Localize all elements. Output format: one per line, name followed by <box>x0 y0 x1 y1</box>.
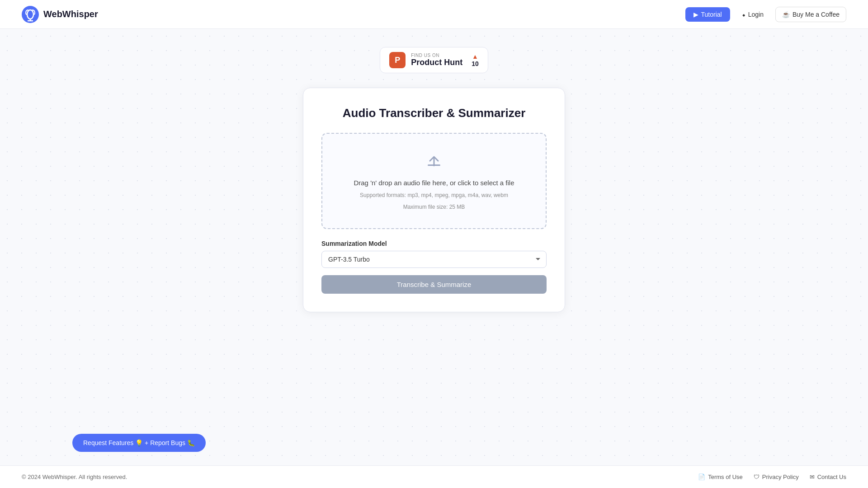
ph-find-text: FIND US ON <box>411 53 462 58</box>
contact-icon: ✉ <box>810 474 815 480</box>
drop-formats: Supported formats: mp3, mp4, mpeg, mpga,… <box>360 192 508 198</box>
navbar-actions: ▶ Tutorial ⬥ Login ☕ Buy Me a Coffee <box>685 7 846 22</box>
ph-count: 10 <box>472 60 479 67</box>
product-hunt-banner[interactable]: P FIND US ON Product Hunt ▲ 10 <box>380 47 488 73</box>
terms-link[interactable]: 📄 Terms of Use <box>698 474 743 480</box>
model-label: Summarization Model <box>321 240 547 247</box>
coffee-label: Buy Me a Coffee <box>793 11 840 18</box>
play-icon: ▶ <box>693 11 698 18</box>
request-report-button[interactable]: Request Features 💡 + Report Bugs 🐛 <box>72 434 206 452</box>
drop-main-text: Drag 'n' drop an audio file here, or cli… <box>354 179 514 187</box>
ph-arrow-icon: ▲ <box>472 53 478 60</box>
footer-links: 📄 Terms of Use 🛡 Privacy Policy ✉ Contac… <box>698 474 846 480</box>
webwhisper-logo <box>22 6 39 23</box>
login-button[interactable]: ⬥ Login <box>736 7 770 22</box>
transcribe-button[interactable]: Transcribe & Summarize <box>321 275 547 294</box>
ph-badge: ▲ 10 <box>472 53 479 67</box>
login-icon: ⬥ <box>742 11 745 18</box>
card-title: Audio Transcriber & Summarizer <box>321 106 547 120</box>
terms-label: Terms of Use <box>708 474 743 480</box>
navbar-brand-section: WebWhisper <box>22 6 98 23</box>
contact-link[interactable]: ✉ Contact Us <box>810 474 846 480</box>
ph-name: Product Hunt <box>411 58 462 67</box>
main-card: Audio Transcriber & Summarizer Drag 'n' … <box>303 88 565 312</box>
file-drop-zone[interactable]: Drag 'n' drop an audio file here, or cli… <box>321 133 547 229</box>
tutorial-button[interactable]: ▶ Tutorial <box>685 7 730 22</box>
contact-label: Contact Us <box>817 474 846 480</box>
model-select[interactable]: GPT-3.5 Turbo GPT-4 <box>321 251 547 268</box>
privacy-icon: 🛡 <box>754 474 760 480</box>
login-label: Login <box>748 11 764 18</box>
footer: © 2024 WebWhisper. All rights reserved. … <box>0 465 868 488</box>
ph-text: FIND US ON Product Hunt <box>411 53 462 67</box>
terms-icon: 📄 <box>698 474 705 480</box>
main-content: P FIND US ON Product Hunt ▲ 10 Audio Tra… <box>0 29 868 312</box>
coffee-icon: ☕ <box>782 11 790 18</box>
tutorial-label: Tutorial <box>701 11 722 18</box>
upload-icon <box>423 152 445 174</box>
drop-size: Maximum file size: 25 MB <box>403 204 465 210</box>
footer-copyright: © 2024 WebWhisper. All rights reserved. <box>22 474 127 480</box>
coffee-button[interactable]: ☕ Buy Me a Coffee <box>775 7 846 22</box>
navbar: WebWhisper ▶ Tutorial ⬥ Login ☕ Buy Me a… <box>0 0 868 29</box>
privacy-link[interactable]: 🛡 Privacy Policy <box>754 474 799 480</box>
ph-logo: P <box>389 52 406 68</box>
brand-name: WebWhisper <box>43 9 98 19</box>
privacy-label: Privacy Policy <box>762 474 799 480</box>
